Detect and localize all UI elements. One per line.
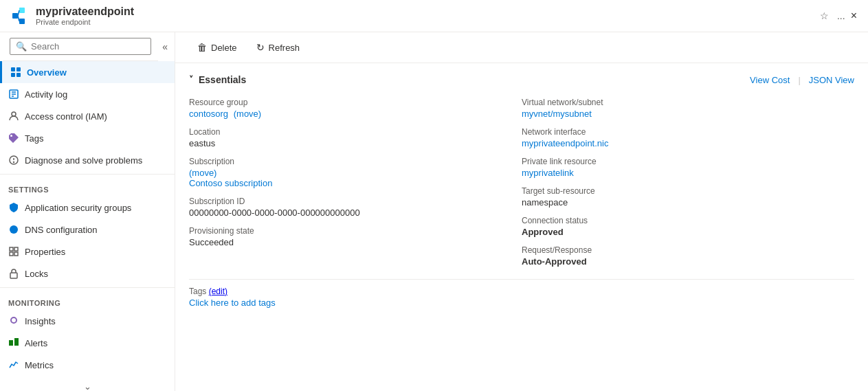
subscription-id-value: 00000000-0000-0000-0000-000000000000 — [189, 208, 522, 218]
search-icon: 🔍 — [16, 41, 27, 52]
alerts-icon — [8, 337, 19, 348]
sidebar-item-tags[interactable]: Tags — [0, 127, 175, 149]
dns-configuration-label: DNS configuration — [25, 225, 98, 235]
essentials-section: ˅ Essentials View Cost | JSON View Resou… — [175, 63, 868, 319]
sidebar-item-alerts[interactable]: Alerts — [0, 332, 175, 354]
monitoring-divider — [0, 287, 175, 288]
field-provisioning-state: Provisioning state Succeeded — [189, 222, 522, 252]
sidebar-scroll-down[interactable]: ⌄ — [0, 376, 175, 391]
svg-rect-23 — [9, 340, 13, 346]
svg-rect-19 — [14, 247, 18, 251]
json-view-link[interactable]: JSON View — [809, 75, 854, 85]
essentials-grid: Resource group contosorg (move) Location… — [189, 93, 854, 271]
private-link-resource-link[interactable]: myprivatelink — [522, 168, 574, 178]
main-layout: 🔍 « Overview Activity log — [0, 32, 868, 391]
subscription-move-link[interactable]: (move) — [189, 168, 216, 178]
essentials-title: ˅ Essentials — [189, 74, 246, 85]
sidebar-item-access-control[interactable]: Access control (IAM) — [0, 105, 175, 127]
settings-header: Settings — [0, 177, 175, 197]
tags-content: Click here to add tags — [189, 298, 854, 308]
resource-subtitle: Private endpoint — [36, 18, 814, 26]
field-virtual-network: Virtual network/subnet myvnet/mysubnet — [522, 93, 854, 123]
svg-rect-20 — [10, 252, 13, 256]
chevron-down-icon[interactable]: ˅ — [189, 75, 193, 85]
insights-label: Insights — [25, 316, 56, 326]
virtual-network-label: Virtual network/subnet — [522, 98, 854, 107]
delete-icon: 🗑 — [197, 42, 207, 53]
sidebar-item-locks[interactable]: Locks — [0, 262, 175, 284]
resource-group-link[interactable]: contosorg — [189, 109, 228, 119]
more-options-icon[interactable]: ... — [837, 10, 845, 21]
diagnose-label: Diagnose and solve problems — [25, 155, 142, 166]
properties-label: Properties — [25, 247, 65, 257]
activity-log-label: Activity log — [25, 89, 67, 100]
sidebar-item-dns-configuration[interactable]: DNS configuration — [0, 219, 175, 241]
target-sub-resource-value: namespace — [522, 197, 854, 208]
request-response-value: Auto-Approved — [522, 256, 854, 267]
svg-rect-24 — [14, 338, 19, 346]
search-input[interactable] — [31, 41, 145, 52]
field-resource-group: Resource group contosorg (move) — [189, 93, 522, 123]
essentials-label: Essentials — [199, 74, 246, 85]
locks-label: Locks — [25, 269, 48, 279]
connection-status-value: Approved — [522, 227, 854, 237]
sidebar-item-properties[interactable]: Properties — [0, 241, 175, 262]
svg-rect-1 — [19, 8, 25, 13]
virtual-network-link[interactable]: myvnet/mysubnet — [522, 109, 592, 119]
resource-group-move-link[interactable]: (move) — [234, 109, 261, 119]
top-bar: myprivateendpoint Private endpoint ☆ ...… — [0, 0, 868, 32]
metrics-label: Metrics — [25, 360, 54, 370]
field-connection-status: Connection status Approved — [522, 212, 854, 241]
network-interface-link[interactable]: myprivateendpoint.nic — [522, 138, 608, 148]
dns-icon — [8, 224, 19, 235]
settings-divider — [0, 174, 175, 175]
sidebar-item-metrics[interactable]: Metrics — [0, 354, 175, 376]
svg-point-16 — [14, 162, 14, 163]
monitoring-header: Monitoring — [0, 291, 175, 310]
subscription-link[interactable]: Contoso subscription — [189, 178, 272, 188]
app-security-groups-label: Application security groups — [25, 203, 131, 213]
provisioning-state-value: Succeeded — [189, 237, 522, 247]
field-location: Location eastus — [189, 123, 522, 153]
app-security-groups-icon — [8, 202, 19, 213]
top-icons: ☆ ... — [820, 10, 845, 21]
sidebar-search-container: 🔍 — [3, 32, 158, 61]
svg-rect-21 — [14, 252, 18, 256]
search-box: 🔍 — [10, 38, 151, 55]
tags-field-label: Tags (edit) — [189, 287, 854, 296]
sidebar-item-app-security-groups[interactable]: Application security groups — [0, 197, 175, 219]
field-request-response: Request/Response Auto-Approved — [522, 241, 854, 271]
collapse-sidebar-button[interactable]: « — [158, 37, 172, 56]
field-target-sub-resource: Target sub-resource namespace — [522, 182, 854, 212]
action-separator: | — [798, 75, 800, 85]
sidebar-item-overview[interactable]: Overview — [0, 61, 175, 83]
field-subscription-id: Subscription ID 00000000-0000-0000-0000-… — [189, 192, 522, 222]
refresh-button[interactable]: ↻ Refresh — [248, 38, 309, 57]
close-button[interactable]: × — [851, 10, 857, 22]
alerts-label: Alerts — [25, 338, 47, 348]
delete-button[interactable]: 🗑 Delete — [189, 38, 245, 57]
sidebar-item-diagnose[interactable]: Diagnose and solve problems — [0, 149, 175, 171]
resource-group-label: Resource group — [189, 98, 522, 107]
svg-rect-7 — [11, 73, 15, 77]
svg-rect-22 — [10, 273, 17, 278]
location-label: Location — [189, 127, 522, 137]
tags-edit-link[interactable]: (edit) — [209, 287, 227, 296]
delete-label: Delete — [211, 43, 237, 53]
field-private-link-resource: Private link resource myprivatelink — [522, 153, 854, 182]
svg-point-13 — [12, 112, 16, 116]
sidebar-item-insights[interactable]: Insights — [0, 310, 175, 332]
favorite-icon[interactable]: ☆ — [820, 10, 829, 21]
tags-icon — [8, 133, 19, 144]
sidebar-item-activity-log[interactable]: Activity log — [0, 83, 175, 105]
toolbar: 🗑 Delete ↻ Refresh — [175, 32, 868, 63]
resource-title: myprivateendpoint — [36, 5, 814, 18]
add-tags-link[interactable]: Click here to add tags — [189, 298, 276, 308]
svg-rect-5 — [11, 67, 15, 71]
tags-area: Tags (edit) Click here to add tags — [189, 279, 854, 308]
insights-icon — [8, 315, 19, 326]
view-cost-link[interactable]: View Cost — [750, 75, 790, 85]
subscription-id-label: Subscription ID — [189, 197, 522, 206]
private-link-resource-value: myprivatelink — [522, 168, 854, 178]
access-control-label: Access control (IAM) — [25, 111, 107, 122]
